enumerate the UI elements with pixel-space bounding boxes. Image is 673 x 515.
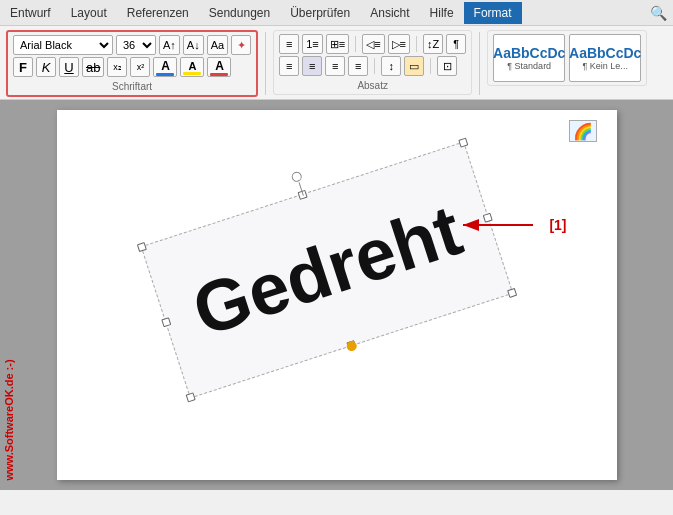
menu-sendungen[interactable]: Sendungen: [199, 2, 280, 24]
text-box-inner[interactable]: Gedreht: [140, 141, 513, 398]
font-size-select[interactable]: 36: [116, 35, 156, 55]
numbering-btn[interactable]: 1≡: [302, 34, 323, 54]
handle-ml[interactable]: [161, 317, 171, 327]
show-para-btn[interactable]: ¶: [446, 34, 466, 54]
font-group-label: Schriftart: [13, 81, 251, 92]
search-icon[interactable]: 🔍: [644, 5, 673, 21]
decrease-indent-btn[interactable]: ◁≡: [362, 34, 384, 54]
align-left-btn[interactable]: ≡: [279, 56, 299, 76]
style1-label: ¶ Standard: [507, 61, 551, 71]
font-name-select[interactable]: Arial Black: [13, 35, 113, 55]
decrease-font-btn[interactable]: A↓: [183, 35, 204, 55]
font-row-top: Arial Black 36 A↑ A↓ Aa ✦: [13, 35, 251, 55]
underline-btn[interactable]: U: [59, 57, 79, 77]
para-row-bottom: ≡ ≡ ≡ ≡ ↕ ▭ ⊡: [279, 56, 466, 76]
style2-text: AaBbCcDc: [569, 45, 641, 61]
increase-font-btn[interactable]: A↑: [159, 35, 180, 55]
superscript-btn[interactable]: x²: [130, 57, 150, 77]
handle-br[interactable]: [507, 288, 517, 298]
image-icon[interactable]: 🌈: [569, 120, 597, 142]
handle-bl[interactable]: [185, 392, 195, 402]
clear-format-btn[interactable]: ✦: [231, 35, 251, 55]
menu-referenzen[interactable]: Referenzen: [117, 2, 199, 24]
style1-text: AaBbCcDc: [493, 45, 565, 61]
style-previews: AaBbCcDc ¶ Standard AaBbCcDc ¶ Kein Le..…: [493, 34, 641, 82]
divider-para2: [416, 36, 417, 52]
line-spacing-btn[interactable]: ↕: [381, 56, 401, 76]
watermark-text: www.SoftwareOK.de :-): [3, 359, 15, 480]
font-color2-btn[interactable]: A: [207, 57, 231, 77]
rotate-handle[interactable]: [290, 170, 303, 183]
rotated-text: Gedreht: [183, 188, 471, 351]
handle-tl[interactable]: [136, 242, 146, 252]
menu-entwurf[interactable]: Entwurf: [0, 2, 61, 24]
sort-btn[interactable]: ↕Z: [423, 34, 443, 54]
style2-label: ¶ Kein Le...: [583, 61, 628, 71]
align-center-btn[interactable]: ≡: [302, 56, 322, 76]
divider1: [265, 32, 266, 95]
divider-para3: [374, 58, 375, 74]
styles-group: AaBbCcDc ¶ Standard AaBbCcDc ¶ Kein Le..…: [487, 30, 647, 86]
document-page: 🌈 Gedreht: [57, 110, 617, 480]
highlight-color-btn[interactable]: A: [180, 57, 204, 77]
subscript-btn[interactable]: x₂: [107, 57, 127, 77]
para-color-btn[interactable]: ▭: [404, 56, 424, 76]
para-row-top: ≡ 1≡ ⊞≡ ◁≡ ▷≡ ↕Z ¶: [279, 34, 466, 54]
para-group-label: Absatz: [279, 80, 466, 91]
font-row-bottom: F K U ab x₂ x² A A A: [13, 57, 251, 77]
font-color-btn[interactable]: A: [153, 57, 177, 77]
text-box-wrapper[interactable]: Gedreht: [157, 190, 497, 350]
italic-btn[interactable]: K: [36, 57, 56, 77]
para-group: ≡ 1≡ ⊞≡ ◁≡ ▷≡ ↕Z ¶ ≡ ≡ ≡ ≡ ↕ ▭ ⊡: [273, 30, 472, 95]
menu-layout[interactable]: Layout: [61, 2, 117, 24]
divider-para4: [430, 58, 431, 74]
font-group: Arial Black 36 A↑ A↓ Aa ✦ F K U ab x₂ x²…: [6, 30, 258, 97]
menu-hilfe[interactable]: Hilfe: [420, 2, 464, 24]
sidebar-watermark: www.SoftwareOK.de :-): [0, 250, 18, 515]
annotation-area: [1]: [453, 205, 566, 245]
increase-indent-btn[interactable]: ▷≡: [388, 34, 410, 54]
menu-ueberpruefen[interactable]: Überprüfen: [280, 2, 360, 24]
divider2: [479, 32, 480, 95]
divider-para1: [355, 36, 356, 52]
menu-ansicht[interactable]: Ansicht: [360, 2, 419, 24]
strikethrough-btn[interactable]: ab: [82, 57, 104, 77]
menu-format[interactable]: Format: [464, 2, 522, 24]
annotation-label: [1]: [549, 217, 566, 233]
bold-btn[interactable]: F: [13, 57, 33, 77]
ribbon: Arial Black 36 A↑ A↓ Aa ✦ F K U ab x₂ x²…: [0, 26, 673, 100]
justify-btn[interactable]: ≡: [348, 56, 368, 76]
style-standard[interactable]: AaBbCcDc ¶ Standard: [493, 34, 565, 82]
change-case-btn[interactable]: Aa: [207, 35, 228, 55]
handle-tr[interactable]: [458, 138, 468, 148]
arrow-svg: [453, 205, 543, 245]
multilevel-btn[interactable]: ⊞≡: [326, 34, 349, 54]
borders-btn[interactable]: ⊡: [437, 56, 457, 76]
doc-area: www.SoftwareOK.de :-) 🌈 Gedreht: [0, 100, 673, 490]
menu-bar: Entwurf Layout Referenzen Sendungen Über…: [0, 0, 673, 26]
bullets-btn[interactable]: ≡: [279, 34, 299, 54]
style-kein[interactable]: AaBbCcDc ¶ Kein Le...: [569, 34, 641, 82]
align-right-btn[interactable]: ≡: [325, 56, 345, 76]
